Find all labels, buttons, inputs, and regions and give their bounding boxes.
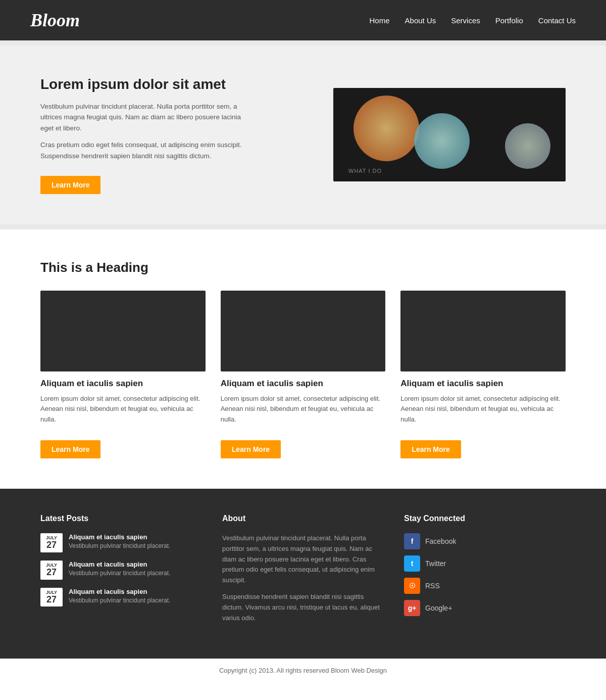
nav-services[interactable]: Services (451, 16, 480, 25)
cards-grid: Aliquam et iaculis sapien Lorem ipsum do… (40, 291, 566, 458)
google-label: Google+ (425, 604, 452, 612)
post-3-info: Aliquam et iaculis sapien Vestibulum pul… (69, 588, 170, 604)
post-1-info: Aliquam et iaculis sapien Vestibulum pul… (69, 533, 170, 549)
card-3-image (400, 291, 566, 371)
site-footer: Latest Posts JULY 27 Aliquam et iaculis … (0, 489, 606, 659)
post-3-title: Aliquam et iaculis sapien (69, 588, 170, 595)
main-nav: Home About Us Services Portfolio Contact… (370, 16, 576, 25)
card-3-title: Aliquam et iaculis sapien (400, 379, 566, 389)
footer-social: Stay Connected f Facebook t Twitter ☉ RS… (404, 514, 566, 623)
card-1: Aliquam et iaculis sapien Lorem ipsum do… (40, 291, 206, 458)
about-heading: About (222, 514, 384, 523)
google-icon: g+ (404, 600, 420, 616)
twitter-icon: t (404, 555, 420, 572)
post-3-day: 27 (43, 595, 60, 605)
decorative-circle (505, 123, 550, 169)
social-facebook[interactable]: f Facebook (404, 533, 566, 549)
card-1-image (40, 291, 206, 371)
card-1-title: Aliquam et iaculis sapien (40, 379, 206, 389)
card-2-button[interactable]: Learn More (221, 440, 281, 458)
card-2-image (221, 291, 386, 371)
rss-icon: ☉ (404, 578, 420, 594)
post-1-date: JULY 27 (40, 533, 63, 552)
hero-learn-more-button[interactable]: Learn More (40, 176, 100, 194)
post-item-3: JULY 27 Aliquam et iaculis sapien Vestib… (40, 588, 202, 607)
main-heading: This is a Heading (40, 260, 566, 275)
social-twitter[interactable]: t Twitter (404, 555, 566, 572)
card-1-button[interactable]: Learn More (40, 440, 100, 458)
card-2-title: Aliquam et iaculis sapien (221, 379, 386, 389)
latest-posts-heading: Latest Posts (40, 514, 202, 523)
card-3: Aliquam et iaculis sapien Lorem ipsum do… (400, 291, 566, 458)
hero-image-label: WHAT I DO (348, 168, 382, 174)
card-3-button[interactable]: Learn More (400, 440, 461, 458)
hero-image-block: WHAT I DO (333, 88, 566, 181)
footer-about: About Vestibulum pulvinar tincidunt plac… (222, 514, 384, 623)
site-header: Bloom Home About Us Services Portfolio C… (0, 0, 606, 40)
header-separator (0, 40, 606, 45)
twitter-label: Twitter (425, 559, 446, 568)
about-text-2: Suspendisse hendrerit sapien blandit nis… (222, 592, 384, 623)
nav-portfolio[interactable]: Portfolio (495, 16, 523, 25)
post-1-title: Aliquam et iaculis sapien (69, 533, 170, 541)
post-item-2: JULY 27 Aliquam et iaculis sapien Vestib… (40, 561, 202, 580)
card-3-text: Lorem ipsum dolor sit amet, consectetur … (400, 394, 566, 425)
post-2-excerpt: Vestibulum pulvinar tincidunt placerat. (69, 570, 170, 577)
post-2-info: Aliquam et iaculis sapien Vestibulum pul… (69, 561, 170, 577)
post-2-title: Aliquam et iaculis sapien (69, 561, 170, 568)
post-2-date: JULY 27 (40, 561, 63, 580)
facebook-icon: f (404, 533, 420, 549)
stay-connected-heading: Stay Connected (404, 514, 566, 523)
main-section: This is a Heading Aliquam et iaculis sap… (0, 229, 606, 489)
social-google[interactable]: g+ Google+ (404, 600, 566, 616)
hero-paragraph-1: Vestibulum pulvinar tincidunt placerat. … (40, 101, 242, 134)
rss-label: RSS (425, 582, 440, 590)
card-1-text: Lorem ipsum dolor sit amet, consectetur … (40, 394, 206, 425)
footer-copyright: Copyright (c) 2013. All rights reserved … (0, 659, 606, 682)
hero-section: Lorem ipsum dolor sit amet Vestibulum pu… (0, 45, 606, 224)
footer-latest-posts: Latest Posts JULY 27 Aliquam et iaculis … (40, 514, 202, 623)
hero-separator (0, 224, 606, 229)
site-logo: Bloom (30, 10, 80, 31)
post-1-day: 27 (43, 540, 60, 550)
copyright-text: Copyright (c) 2013. All rights reserved … (219, 667, 387, 674)
post-3-date: JULY 27 (40, 588, 63, 607)
nav-about[interactable]: About Us (405, 16, 436, 25)
post-1-excerpt: Vestibulum pulvinar tincidunt placerat. (69, 542, 170, 549)
facebook-label: Facebook (425, 537, 456, 545)
about-text-1: Vestibulum pulvinar tincidunt placerat. … (222, 533, 384, 586)
hero-title: Lorem ipsum dolor sit amet (40, 76, 242, 93)
footer-grid: Latest Posts JULY 27 Aliquam et iaculis … (40, 514, 566, 623)
post-3-excerpt: Vestibulum pulvinar tincidunt placerat. (69, 597, 170, 604)
hero-image: WHAT I DO (333, 88, 566, 181)
post-item-1: JULY 27 Aliquam et iaculis sapien Vestib… (40, 533, 202, 552)
hero-paragraph-2: Cras pretium odio eget felis consequat, … (40, 139, 242, 161)
card-2-text: Lorem ipsum dolor sit amet, consectetur … (221, 394, 386, 425)
hero-text-block: Lorem ipsum dolor sit amet Vestibulum pu… (40, 76, 242, 194)
social-rss[interactable]: ☉ RSS (404, 578, 566, 594)
post-2-day: 27 (43, 568, 60, 578)
nav-home[interactable]: Home (370, 16, 390, 25)
nav-contact[interactable]: Contact Us (538, 16, 576, 25)
card-2: Aliquam et iaculis sapien Lorem ipsum do… (221, 291, 386, 458)
